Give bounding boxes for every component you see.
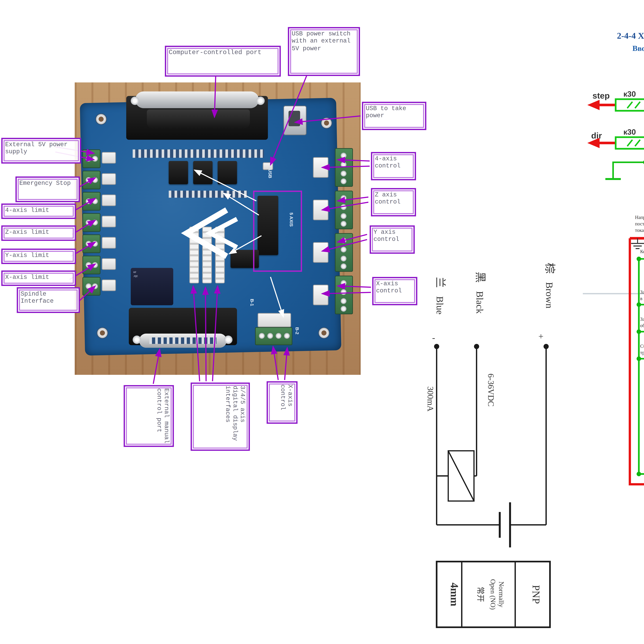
svg-text:Запрещение вращения в: Запрещение вращения в: [640, 316, 644, 322]
black-cn-label: 黑: [474, 272, 486, 283]
signal-ground-green: [605, 171, 621, 179]
k-logo: [187, 210, 237, 256]
sensor-table: 4mm Normally Open (NO) 常开 PNP: [437, 562, 550, 627]
label-usb-power-switch: USB power switch with an external 5V pow…: [288, 27, 360, 76]
table-4mm: 4mm: [448, 583, 461, 606]
label-z-limit: Z-axis limit: [1, 225, 76, 241]
brown-cn-label: 棕: [544, 263, 556, 274]
step-label: step: [592, 91, 610, 100]
cn1-subtitle: Вводы/выводы управления и внешние сигнал…: [632, 44, 644, 53]
label-usb-take-power: USB to take power: [362, 102, 426, 130]
svg-text:Команда запуска (RUN): Команда запуска (RUN): [640, 249, 644, 254]
svg-text:в прямом направлении: в прямом направлении: [640, 296, 644, 301]
brown-en-label: Brown: [544, 282, 555, 308]
voltage-label: 6-36VDC: [486, 374, 496, 406]
k30-dir: к30: [623, 128, 636, 136]
label-emergency-stop: Emergency Stop: [15, 176, 80, 202]
table-pnp: PNP: [530, 585, 542, 604]
label-x-control-bottom: X-axis control: [267, 381, 298, 424]
label-computer-port: Computer-controlled port: [165, 46, 281, 77]
blue-minus: -: [432, 333, 435, 343]
k30-step: к30: [623, 90, 636, 98]
screenshot: 5 AXIS HFJQC USB B-1 B-2: [0, 0, 644, 644]
svg-text:постоянного: постоянного: [635, 221, 644, 226]
label-spindle: Spindle Interface: [17, 287, 80, 313]
composite-diagram: 5 AXIS HFJQC USB B-1 B-2: [0, 0, 644, 644]
table-no-3: 常开: [476, 587, 485, 602]
label-4axis-control: 4-axis control: [371, 152, 416, 180]
sensor-wire-labels: 兰 Blue 黑 Black 棕 Brown - + 300mA 6-36VDC: [426, 263, 556, 412]
purple-annotation-arrows: [55, 73, 371, 384]
step-arrow: [587, 100, 600, 110]
sensor-schematic: 兰 Blue 黑 Black 棕 Brown - + 300mA 6-36VDC: [406, 238, 573, 638]
cn1-schematic: step к30 dir к30 7+CW150 Ом 8-CW 11+CCW1…: [580, 77, 644, 509]
dir-label: dir: [591, 131, 602, 140]
current-label: 300mA: [426, 386, 435, 412]
blue-cn-label: 兰: [434, 277, 446, 288]
v24-and-switches: [630, 238, 644, 476]
label-external-5v: External 5V power supply: [1, 138, 81, 164]
svg-text:Напряжение: Напряжение: [635, 215, 644, 220]
blue-en-label: Blue: [435, 296, 445, 315]
label-ext-manual: External manual control port: [124, 385, 174, 447]
power-loops: [630, 193, 644, 484]
table-no-2: Open (NO): [489, 579, 497, 610]
k30-resistor-dir: [616, 137, 644, 149]
svg-text:обратном направлении: обратном направлении: [640, 323, 644, 328]
svg-text:тревоги: тревоги: [640, 350, 644, 355]
svg-text:Сброс сигнала: Сброс сигнала: [640, 344, 644, 349]
step-dir-inputs: step к30 dir к30: [587, 90, 644, 179]
table-no-1: Normally: [498, 581, 505, 607]
label-4axis-limit: 4-axis limit: [1, 204, 76, 219]
cn1-title: 2-4-4 Характеристики управляющих вводов/…: [617, 31, 644, 41]
black-en-label: Black: [474, 291, 485, 314]
label-y-limit: Y-axis limit: [1, 249, 76, 264]
label-x-limit: X-axis limit: [1, 270, 76, 286]
svg-text:тока 24 В: тока 24 В: [635, 228, 644, 233]
label-z-control: Z axis control: [371, 188, 416, 216]
brown-plus: +: [538, 331, 543, 341]
label-digital-display: 3/4/5 axis digital display interfaces: [191, 383, 250, 451]
svg-text:Запрещение вращения: Запрещение вращения: [640, 289, 644, 295]
k30-resistor-step: [616, 99, 644, 111]
